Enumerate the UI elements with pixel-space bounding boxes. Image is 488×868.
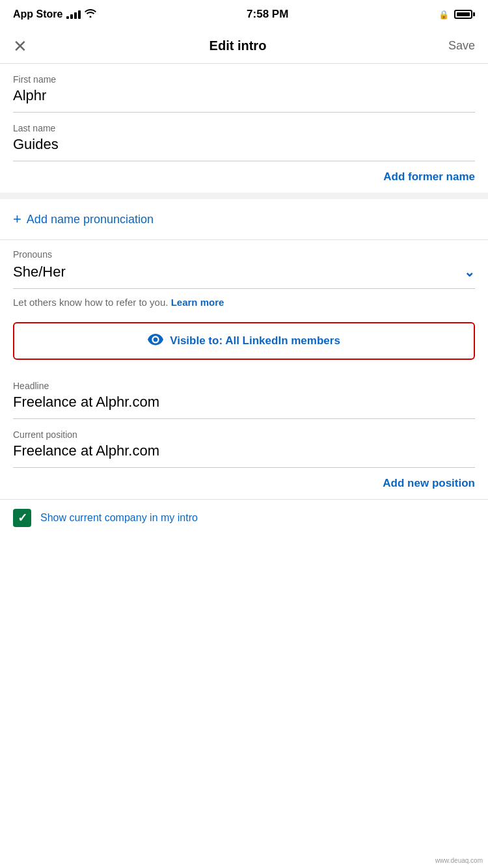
status-right: 🔒	[439, 10, 475, 20]
last-name-section: Last name Guides	[0, 113, 488, 161]
headline-section: Headline Freelance at Alphr.com	[0, 370, 488, 418]
pronouns-value: She/Her	[13, 264, 66, 280]
form-content: First name Alphr Last name Guides Add fo…	[0, 64, 488, 536]
signal-bar-4	[78, 10, 81, 19]
show-company-label: Show current company in my intro	[40, 512, 198, 524]
nav-bar: ✕ Edit intro Save	[0, 29, 488, 64]
current-position-section: Current position Freelance at Alphr.com	[0, 419, 488, 467]
learn-more-static: Let others know how to refer to you.	[13, 297, 168, 308]
add-former-name-button[interactable]: Add former name	[383, 170, 475, 183]
carrier-label: App Store	[13, 8, 62, 20]
learn-more-link[interactable]: Learn more	[171, 297, 224, 308]
pronouns-section: Pronouns She/Her ⌄	[0, 240, 488, 288]
first-name-value[interactable]: Alphr	[13, 87, 475, 112]
plus-icon: +	[13, 211, 21, 228]
page-title: Edit intro	[210, 38, 267, 53]
visible-to-button[interactable]: Visible to: All LinkedIn members	[13, 322, 475, 360]
headline-label: Headline	[13, 370, 475, 394]
first-name-label: First name	[13, 64, 475, 87]
learn-more-row: Let others know how to refer to you. Lea…	[0, 289, 488, 316]
visible-to-text: Visible to: All LinkedIn members	[170, 334, 340, 347]
watermark: www.deuaq.com	[435, 857, 483, 864]
add-pronunciation-row: + Add name pronunciation	[0, 199, 488, 239]
battery-fill	[457, 12, 470, 16]
signal-bar-1	[66, 16, 69, 19]
time-label: 7:58 PM	[247, 8, 288, 21]
add-pronunciation-button[interactable]: Add name pronunciation	[27, 213, 154, 226]
thick-divider-1	[0, 193, 488, 199]
save-button[interactable]: Save	[448, 39, 475, 53]
signal-bar-3	[74, 12, 77, 19]
first-name-section: First name Alphr	[0, 64, 488, 112]
current-position-value[interactable]: Freelance at Alphr.com	[13, 442, 475, 467]
show-company-row[interactable]: Show current company in my intro	[0, 499, 488, 536]
battery	[454, 10, 475, 19]
current-position-label: Current position	[13, 419, 475, 442]
battery-tip	[473, 12, 475, 16]
add-new-position-button[interactable]: Add new position	[383, 477, 475, 490]
last-name-label: Last name	[13, 113, 475, 136]
show-company-checkbox[interactable]	[13, 509, 31, 527]
pronouns-value-row[interactable]: She/Her ⌄	[13, 264, 475, 288]
add-former-name-row: Add former name	[0, 161, 488, 193]
signal-bar-2	[70, 14, 73, 19]
lock-icon: 🔒	[439, 10, 449, 20]
eye-icon	[148, 332, 163, 349]
close-button[interactable]: ✕	[13, 38, 27, 55]
status-left: App Store	[13, 8, 96, 20]
pronouns-label: Pronouns	[13, 249, 475, 260]
chevron-down-icon: ⌄	[464, 264, 475, 280]
add-new-position-row: Add new position	[0, 468, 488, 499]
status-bar: App Store 7:58 PM 🔒	[0, 0, 488, 29]
wifi-icon	[85, 8, 96, 20]
headline-value[interactable]: Freelance at Alphr.com	[13, 394, 475, 418]
battery-body	[454, 10, 472, 19]
signal-bars	[66, 10, 81, 19]
last-name-value[interactable]: Guides	[13, 136, 475, 161]
